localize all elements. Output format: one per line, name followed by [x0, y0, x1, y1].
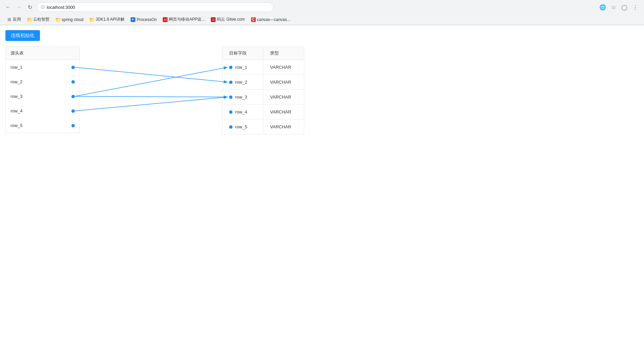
bookmark-item[interactable]: Ai网页与移动APP设... — [160, 16, 207, 24]
type-cell: VARCHAR — [263, 105, 304, 119]
target-field-header: 目标字段 — [222, 47, 263, 60]
svg-line-2 — [75, 67, 228, 97]
table-row: row_5VARCHAR — [222, 120, 304, 134]
svg-line-3 — [75, 97, 228, 97]
source-row-label: row_2 — [10, 79, 22, 84]
type-label: VARCHAR — [270, 65, 291, 70]
type-cell: VARCHAR — [263, 120, 304, 134]
target-dot[interactable] — [229, 66, 232, 69]
bookmark-icon: 📁 — [90, 17, 94, 22]
target-dot[interactable] — [229, 110, 232, 114]
translate-icon[interactable]: 🌐 — [598, 2, 607, 12]
bookmark-icon: C — [251, 17, 256, 22]
source-dot[interactable] — [71, 95, 75, 98]
target-dot[interactable] — [229, 95, 232, 99]
source-row-label: row_4 — [10, 108, 22, 113]
source-table: 源头表 row_1row_2row_3row_4row_5 — [5, 46, 80, 133]
table-row: row_2 — [6, 75, 80, 89]
bookmark-item[interactable]: 📁spring cloud — [53, 16, 86, 24]
target-row: row_1 — [222, 60, 263, 75]
table-row: row_5 — [6, 118, 80, 133]
target-table: 目标字段 类型 row_1VARCHARrow_2VARCHARrow_3VAR… — [222, 46, 304, 134]
source-row-label: row_5 — [10, 123, 22, 128]
connector-svg — [5, 46, 639, 134]
bookmark-item[interactable]: ⊞应用 — [4, 16, 24, 24]
bookmark-item[interactable]: G码云 Gitee.com — [208, 16, 247, 24]
table-row: row_4VARCHAR — [222, 105, 304, 120]
target-row-label: row_2 — [235, 80, 247, 85]
bookmark-label: JDK1.8 API详解 — [96, 17, 125, 22]
bookmark-label: 云粒智慧 — [33, 17, 49, 22]
table-row: row_1 — [6, 60, 80, 75]
browser-actions: 🌐 ☆ ◯ ⋮ — [598, 2, 640, 12]
type-label: VARCHAR — [270, 109, 291, 114]
bookmark-icon: ⊞ — [7, 17, 12, 22]
svg-line-4 — [75, 97, 228, 111]
target-row: row_5 — [222, 120, 263, 134]
bookmark-item[interactable]: PProcessOn — [128, 16, 159, 24]
menu-icon[interactable]: ⋮ — [630, 2, 640, 12]
target-row-label: row_3 — [235, 94, 247, 100]
forward-button[interactable]: → — [15, 3, 23, 11]
bookmark-icon: 📁 — [27, 17, 32, 22]
bookmark-icon: G — [211, 17, 216, 22]
table-row: row_3VARCHAR — [222, 90, 304, 105]
source-row-label: row_1 — [10, 65, 22, 70]
bookmark-label: 网页与移动APP设... — [169, 17, 205, 22]
target-row: row_4 — [222, 105, 263, 119]
target-row-label: row_1 — [235, 65, 247, 70]
bookmark-icon: 📁 — [55, 17, 60, 22]
source-dot[interactable] — [71, 66, 75, 69]
browser-toolbar: ← → ↻ ⓘ localhost:3000 🌐 ☆ ◯ ⋮ — [0, 0, 644, 14]
target-row-label: row_5 — [235, 124, 247, 129]
type-label: VARCHAR — [270, 124, 291, 129]
table-row: row_1VARCHAR — [222, 60, 304, 75]
browser-chrome: ← → ↻ ⓘ localhost:3000 🌐 ☆ ◯ ⋮ ⊞应用📁云粒智慧📁… — [0, 0, 644, 25]
source-dot[interactable] — [71, 124, 75, 127]
bookmark-item[interactable]: 📁云粒智慧 — [24, 16, 52, 24]
bookmark-star-icon[interactable]: ☆ — [609, 2, 618, 12]
url-lock-icon: ⓘ — [41, 5, 45, 10]
source-row: row_2 — [6, 75, 80, 89]
target-row: row_2 — [222, 75, 263, 89]
back-button[interactable]: ← — [4, 3, 12, 11]
page-content: 连线初始化 源头表 row_1row_2row_3row_4row_5 目标字段… — [0, 25, 644, 139]
type-cell: VARCHAR — [263, 90, 304, 104]
source-dot[interactable] — [71, 80, 75, 84]
source-row: row_4 — [6, 104, 80, 118]
target-type-header: 类型 — [263, 47, 304, 60]
bookmark-icon: P — [131, 17, 135, 22]
init-button[interactable]: 连线初始化 — [5, 30, 40, 41]
bookmark-item[interactable]: Ccanvas---canvas... — [248, 16, 293, 24]
bookmark-label: 码云 Gitee.com — [217, 17, 245, 22]
source-row: row_5 — [6, 118, 80, 133]
profile-icon[interactable]: ◯ — [620, 2, 629, 12]
target-dot[interactable] — [229, 125, 232, 129]
source-table-header: 源头表 — [6, 47, 80, 60]
bookmark-label: canvas---canvas... — [257, 17, 290, 22]
bookmark-item[interactable]: 📁JDK1.8 API详解 — [87, 16, 127, 24]
type-cell: VARCHAR — [263, 60, 304, 75]
source-row-label: row_3 — [10, 94, 22, 99]
reload-button[interactable]: ↻ — [26, 3, 34, 11]
type-cell: VARCHAR — [263, 75, 304, 89]
type-label: VARCHAR — [270, 80, 291, 85]
bookmark-label: 应用 — [13, 17, 21, 22]
source-dot[interactable] — [71, 109, 75, 113]
bookmark-label: spring cloud — [62, 17, 84, 22]
table-row: row_4 — [6, 104, 80, 118]
target-dot[interactable] — [229, 81, 232, 84]
url-text: localhost:3000 — [47, 5, 75, 10]
source-row: row_3 — [6, 89, 80, 104]
url-bar[interactable]: ⓘ localhost:3000 — [37, 2, 273, 12]
table-row: row_2VARCHAR — [222, 75, 304, 90]
target-row-label: row_4 — [235, 109, 247, 114]
bookmarks-bar: ⊞应用📁云粒智慧📁spring cloud📁JDK1.8 API详解PProce… — [0, 14, 644, 25]
type-label: VARCHAR — [270, 94, 291, 100]
target-row: row_3 — [222, 90, 263, 104]
bookmark-icon: Ai — [163, 17, 168, 22]
source-row: row_1 — [6, 60, 80, 75]
bookmark-label: ProcessOn — [137, 17, 157, 22]
mapping-area: 源头表 row_1row_2row_3row_4row_5 目标字段 类型 ro… — [5, 46, 639, 134]
table-row: row_3 — [6, 89, 80, 104]
